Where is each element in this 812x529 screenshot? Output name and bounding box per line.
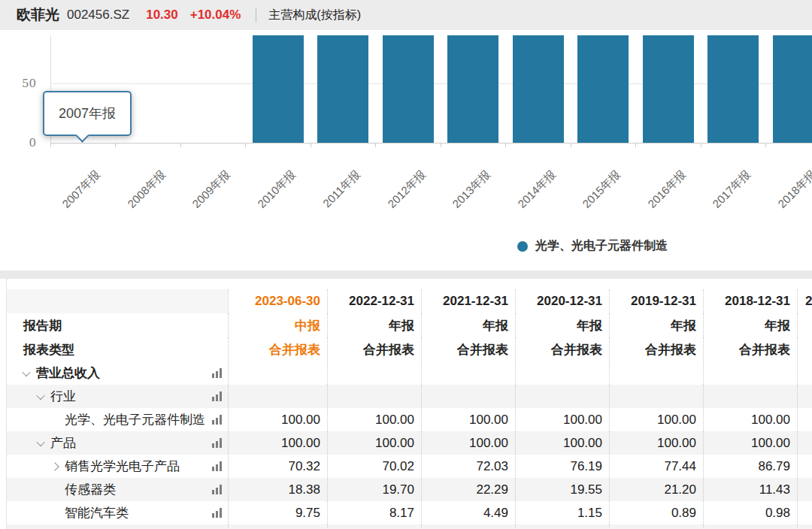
column-header-cell[interactable]: 年报 bbox=[421, 313, 515, 337]
chevron-box bbox=[52, 417, 65, 423]
column-header-cell[interactable]: 合并报表 bbox=[421, 337, 515, 361]
chevron-right-icon[interactable] bbox=[50, 462, 59, 470]
x-axis-label: 2012年报 bbox=[385, 168, 429, 211]
value-cell bbox=[703, 361, 797, 385]
column-header-cell[interactable]: 2018-12-31 bbox=[703, 289, 797, 313]
row-label-cell[interactable]: 营业总收入 bbox=[7, 361, 228, 385]
row-label-cell bbox=[7, 524, 228, 529]
x-axis-label: 2016年报 bbox=[645, 168, 689, 211]
chart-bar-2011年报[interactable] bbox=[317, 35, 368, 143]
column-header-cell[interactable]: 2023-06-30 bbox=[228, 289, 327, 313]
row-label-cell[interactable]: 光学、光电子元器件制造 bbox=[7, 408, 228, 431]
row-label: 产品 bbox=[50, 434, 76, 452]
table-header-type: 报表类型合并报表合并报表合并报表合并报表合并报表合并报表 bbox=[7, 337, 812, 361]
value-cell bbox=[421, 361, 515, 385]
value-cell: 100.00 bbox=[515, 431, 609, 455]
row-label-cell[interactable]: 智能汽车类 bbox=[7, 501, 228, 524]
column-header-cell[interactable]: 年报 bbox=[327, 313, 421, 337]
row-label-cell[interactable]: 行业 bbox=[7, 385, 228, 408]
value-cell: 77.44 bbox=[609, 455, 703, 478]
value-cell bbox=[228, 524, 327, 529]
column-header-cell[interactable]: 合并报表 bbox=[609, 337, 703, 361]
chart-bar-2017年报[interactable] bbox=[707, 35, 759, 143]
value-cell: 100.00 bbox=[228, 431, 327, 455]
value-cell: 100.00 bbox=[327, 408, 421, 431]
row-label: 光学、光电子元器件制造 bbox=[65, 411, 205, 428]
value-cell bbox=[797, 431, 812, 455]
x-axis-label: 2015年报 bbox=[580, 168, 623, 211]
column-header-cell[interactable]: 2021-12-31 bbox=[421, 289, 515, 313]
mini-bar-chart-icon[interactable] bbox=[212, 508, 222, 518]
column-header-cell[interactable]: 2019-12-31 bbox=[609, 289, 703, 313]
row-label-cell[interactable]: 传感器类 bbox=[7, 478, 228, 501]
column-header-cell[interactable]: 2 bbox=[797, 289, 812, 313]
value-cell: 21.20 bbox=[609, 478, 703, 501]
column-header-cell[interactable]: 2020-12-31 bbox=[515, 289, 609, 313]
table-row: 营业总收入 bbox=[7, 361, 812, 385]
value-cell bbox=[703, 524, 797, 529]
column-header-cell[interactable]: 合并报表 bbox=[327, 337, 421, 361]
chevron-down-icon[interactable] bbox=[36, 391, 44, 399]
x-axis-label: 2010年报 bbox=[255, 168, 298, 211]
column-header-cell[interactable]: 合并报表 bbox=[228, 337, 327, 361]
chart-bar-2015年报[interactable] bbox=[577, 35, 629, 143]
chart-bar-2012年报[interactable] bbox=[383, 35, 434, 143]
value-cell: 100.00 bbox=[703, 408, 797, 431]
tooltip-text: 2007年报 bbox=[59, 104, 116, 122]
mini-bar-chart-icon[interactable] bbox=[212, 415, 222, 425]
x-axis-tick bbox=[441, 144, 441, 147]
x-axis-label: 2013年报 bbox=[450, 168, 493, 211]
value-cell bbox=[515, 524, 609, 529]
value-cell bbox=[797, 455, 812, 478]
value-cell bbox=[609, 361, 703, 385]
chevron-box[interactable] bbox=[38, 394, 50, 400]
stock-code: 002456.SZ bbox=[67, 8, 129, 23]
chevron-down-icon[interactable] bbox=[22, 367, 30, 376]
value-cell bbox=[797, 408, 812, 431]
value-cell: 22.29 bbox=[421, 478, 515, 501]
value-cell: 4.49 bbox=[421, 501, 515, 524]
chevron-box[interactable] bbox=[38, 440, 50, 446]
table-row: 行业 bbox=[7, 385, 812, 408]
chart-bar-2014年报[interactable] bbox=[513, 35, 564, 143]
mini-bar-chart-icon[interactable] bbox=[212, 438, 222, 448]
y-axis-tick-label: 50 bbox=[14, 77, 36, 90]
value-cell: 76.19 bbox=[515, 455, 609, 478]
mini-bar-chart-icon[interactable] bbox=[212, 485, 222, 494]
column-header-cell[interactable]: 年报 bbox=[609, 313, 703, 337]
chevron-box[interactable] bbox=[23, 370, 36, 376]
column-header-cell[interactable]: 合并报表 bbox=[515, 337, 609, 361]
chart-bar-2016年报[interactable] bbox=[643, 35, 694, 143]
chart-legend[interactable]: 光学、光电子元器件制造 bbox=[517, 238, 668, 254]
mini-bar-chart-icon[interactable] bbox=[212, 461, 222, 471]
value-cell: 70.32 bbox=[228, 455, 327, 478]
chevron-box[interactable] bbox=[52, 464, 65, 470]
value-cell: 100.00 bbox=[609, 431, 703, 455]
chart-bar-2018年报[interactable] bbox=[773, 35, 812, 143]
page-left-margin bbox=[0, 279, 6, 529]
row-label-cell[interactable]: 产品 bbox=[7, 431, 228, 455]
report-period-label: 报告期 bbox=[7, 317, 228, 334]
column-header-cell[interactable]: 2022-12-31 bbox=[327, 289, 421, 313]
column-header-cell[interactable]: 合并报表 bbox=[703, 337, 797, 361]
row-label-cell[interactable]: 销售光学光电子产品 bbox=[7, 455, 228, 478]
column-header-cell[interactable] bbox=[797, 313, 812, 337]
x-axis-tick bbox=[245, 144, 246, 147]
column-header-cell[interactable] bbox=[797, 337, 812, 361]
chart-bar-2013年报[interactable] bbox=[447, 35, 498, 143]
chevron-down-icon[interactable] bbox=[36, 437, 44, 446]
table-header-dates: 2023-06-302022-12-312021-12-312020-12-31… bbox=[7, 289, 812, 313]
column-header-cell[interactable]: 年报 bbox=[703, 313, 797, 337]
table-row: 传感器类18.3819.7022.2919.5521.2011.43 bbox=[7, 478, 812, 501]
column-header-cell[interactable]: 中报 bbox=[228, 313, 327, 337]
row-label: 营业总收入 bbox=[36, 364, 100, 382]
chart-bar-2010年报[interactable] bbox=[253, 35, 304, 143]
table-row: 产品100.00100.00100.00100.00100.00100.00 bbox=[7, 431, 812, 455]
header-divider bbox=[256, 8, 256, 23]
value-cell bbox=[228, 361, 327, 385]
value-cell: 100.00 bbox=[228, 408, 327, 431]
mini-bar-chart-icon[interactable] bbox=[212, 368, 222, 378]
mini-bar-chart-icon[interactable] bbox=[212, 391, 222, 401]
y-axis-tick-label: 0 bbox=[14, 136, 36, 150]
column-header-cell[interactable]: 年报 bbox=[515, 313, 609, 337]
